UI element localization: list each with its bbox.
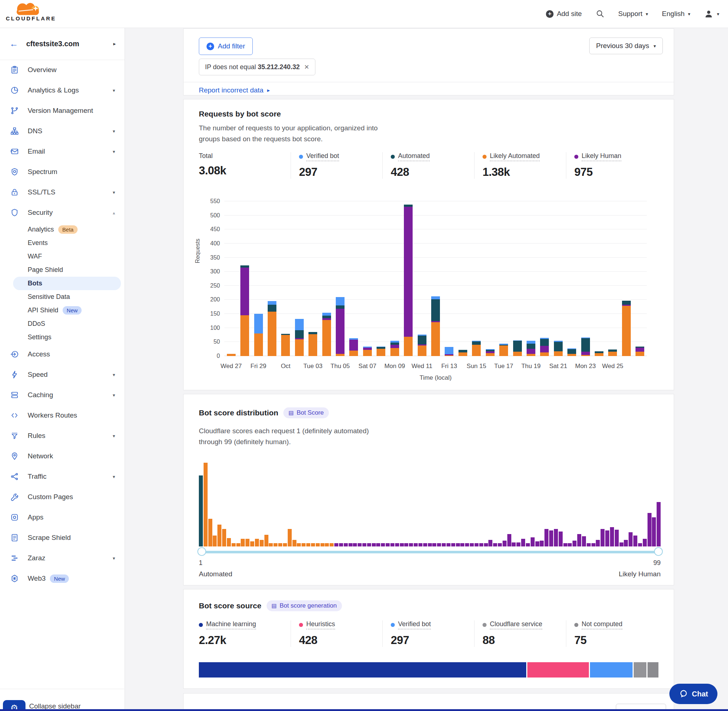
bar-segment-verified-bot <box>527 341 535 344</box>
sidebar-item-analytics-logs[interactable]: Analytics & Logs▾ <box>0 80 124 100</box>
card-title: Bot score distribution▤Bot Score <box>199 407 329 418</box>
sidebar-item-email[interactable]: Email▾ <box>0 141 124 162</box>
stat-automated: Automated428 <box>382 152 474 179</box>
sidebar-item-sensitive-data[interactable]: Sensitive Data <box>0 290 124 304</box>
bar-segment-likely-human <box>581 352 590 355</box>
sidebar-item-settings[interactable]: Settings <box>0 330 124 344</box>
bar-segment-likely-automated <box>472 345 481 356</box>
bar-segment-likely-automated <box>581 355 590 356</box>
report-incorrect-data-link[interactable]: Report incorrect data ▸ <box>199 86 270 94</box>
hist-bar-score-47 <box>414 543 418 546</box>
pie-chart-icon <box>10 86 19 94</box>
sidebar-item-scrape-shield[interactable]: Scrape Shield <box>0 528 124 548</box>
sidebar-item-dns[interactable]: DNS▾ <box>0 121 124 141</box>
stat-label[interactable]: Verified bot <box>398 620 431 630</box>
bot-score-generation-badge[interactable]: ▤Bot score generation <box>267 600 342 611</box>
sidebar-item-bots[interactable]: Bots <box>13 277 121 290</box>
sidebar-item-overview[interactable]: Overview <box>0 60 124 80</box>
top-navigation: + Add site Support ▾ English ▾ <box>546 0 719 28</box>
filter-chip[interactable]: IP does not equal 35.212.240.32 ✕ <box>199 59 315 75</box>
bar-segment-likely-automated <box>268 312 276 356</box>
stat-label[interactable]: Heuristics <box>306 620 335 630</box>
bar-tue-10 <box>404 205 413 356</box>
sidebar-item-page-shield[interactable]: Page Shield <box>0 263 124 277</box>
stat-label[interactable]: Likely Human <box>582 152 621 161</box>
bar-thu-12 <box>431 296 440 356</box>
hist-bar-score-87 <box>601 529 604 546</box>
hist-bar-score-10 <box>241 539 245 546</box>
stat-label[interactable]: Cloudflare service <box>490 620 542 630</box>
hist-bar-score-19 <box>283 543 287 546</box>
docs-icon: ▤ <box>288 410 294 416</box>
stat-label[interactable]: Not computed <box>582 620 622 630</box>
sidebar-item-waf[interactable]: WAF <box>0 250 124 263</box>
sidebar-item-speed[interactable]: Speed▾ <box>0 364 124 385</box>
sidebar-item-ddos[interactable]: DDoS <box>0 317 124 330</box>
account-menu[interactable]: ▾ <box>704 9 719 19</box>
sidebar-item-api-shield[interactable]: API ShieldNew <box>0 304 124 317</box>
bar-segment-automated <box>418 336 427 345</box>
site-expand-caret-icon[interactable]: ▸ <box>113 41 116 47</box>
stat-label[interactable]: Likely Automated <box>490 152 540 161</box>
sidebar-item-events[interactable]: Events <box>0 236 124 250</box>
hist-bar-score-69 <box>517 543 520 547</box>
bar-segment-likely-automated <box>322 320 331 356</box>
chevron-down-icon: ▾ <box>112 128 115 134</box>
hist-bar-score-59 <box>470 543 474 546</box>
sidebar-item-caching[interactable]: Caching▾ <box>0 385 124 405</box>
network-tree-icon <box>10 127 19 136</box>
sidebar-item-apps[interactable]: Apps <box>0 507 124 528</box>
search-button[interactable] <box>596 9 604 18</box>
sidebar-item-zaraz[interactable]: Zaraz▾ <box>0 548 124 568</box>
sidebar-item-rules[interactable]: Rules▾ <box>0 426 124 446</box>
slider-handle-min[interactable] <box>197 547 206 556</box>
stat-label[interactable]: Automated <box>398 152 430 161</box>
hist-bar-score-82 <box>577 534 581 547</box>
site-switcher: ← cftestsite3.com ▸ <box>0 28 124 60</box>
sidebar-item-access[interactable]: Access <box>0 344 124 364</box>
bar-thu-28 <box>240 266 249 356</box>
sidebar-item-custom-pages[interactable]: Custom Pages <box>0 487 124 507</box>
stat-label[interactable]: Verified bot <box>306 152 339 161</box>
bar-mon-23 <box>581 338 590 356</box>
bar-segment-automated <box>322 316 331 319</box>
sidebar-item-traffic[interactable]: Traffic▾ <box>0 466 124 487</box>
sidebar-item-workers-routes[interactable]: Workers Routes <box>0 405 124 426</box>
close-icon[interactable]: ✕ <box>304 63 309 71</box>
badge-new: New <box>50 574 69 583</box>
hist-bar-score-5 <box>217 525 222 546</box>
badge-beta: Beta <box>58 225 78 234</box>
plus-icon: + <box>207 43 214 50</box>
date-range-select[interactable]: Previous 30 days ▾ <box>589 37 663 54</box>
score-range-slider[interactable] <box>199 551 662 553</box>
bar-segment-likely-automated <box>240 315 249 356</box>
bar-segment-likely-human <box>349 340 358 350</box>
sidebar-item-security[interactable]: Security▴ <box>0 202 124 223</box>
sidebar-item-spectrum[interactable]: Spectrum <box>0 162 124 182</box>
chat-button[interactable]: Chat <box>669 684 718 704</box>
slider-handle-max[interactable] <box>654 547 663 556</box>
add-filter-button[interactable]: + Add filter <box>199 37 253 55</box>
hist-bar-score-73 <box>535 541 539 546</box>
hist-bar-score-58 <box>465 543 469 546</box>
map-pin-icon <box>10 452 19 460</box>
bar-oct <box>281 334 290 356</box>
card-description: Cloudflare scores each request 1 (defini… <box>199 426 369 447</box>
sidebar-item-web3[interactable]: Web3New <box>0 568 124 589</box>
hist-bar-score-7 <box>227 538 231 546</box>
sidebar-item-version-management[interactable]: Version Management <box>0 100 124 121</box>
stat-label[interactable]: Machine learning <box>206 620 256 630</box>
sidebar-item-network[interactable]: Network <box>0 446 124 466</box>
envelope-icon <box>10 147 19 156</box>
add-site-button[interactable]: + Add site <box>546 10 582 18</box>
divider <box>183 82 674 82</box>
sidebar-item-ssl-tls[interactable]: SSL/TLS▾ <box>0 182 124 202</box>
bot-score-badge[interactable]: ▤Bot Score <box>284 407 329 418</box>
chevron-down-icon: ▾ <box>646 11 648 17</box>
bar-fri-13 <box>444 347 453 356</box>
back-arrow-icon[interactable]: ← <box>9 38 18 49</box>
sidebar-item-analytics[interactable]: AnalyticsBeta <box>0 223 124 236</box>
support-menu[interactable]: Support ▾ <box>619 10 648 18</box>
chevron-down-icon: ▾ <box>653 43 656 49</box>
language-menu[interactable]: English ▾ <box>662 10 691 18</box>
